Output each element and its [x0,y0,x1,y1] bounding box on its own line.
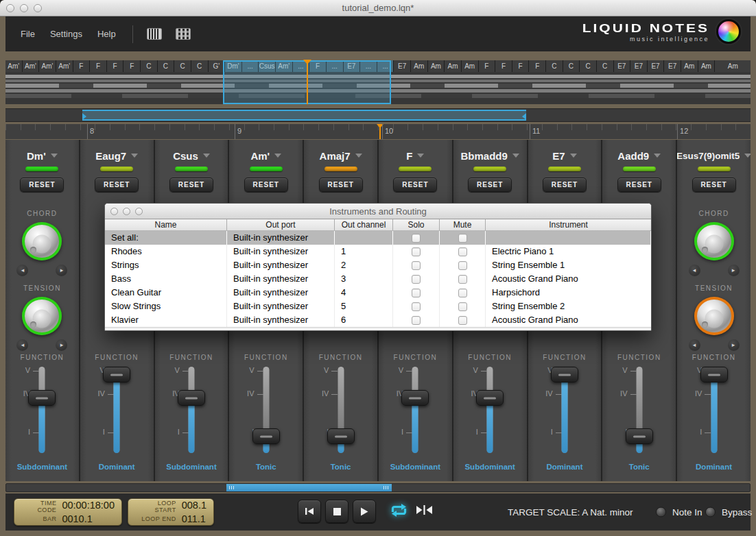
out-channel-cell[interactable]: 2 [335,258,393,272]
function-slider[interactable]: VIVI [528,364,602,457]
column-header-name[interactable]: Name [105,219,227,230]
mute-checkbox[interactable] [458,289,467,297]
horizontal-scrollbar[interactable] [5,483,751,492]
solo-checkbox[interactable] [412,275,421,284]
instrument-cell[interactable]: Harpsichord [486,286,651,300]
tension-previous-button[interactable]: ◂ [16,339,28,351]
chord-cell[interactable]: E7 [614,60,630,72]
instrument-cell[interactable] [486,231,651,245]
punch-in-out-button[interactable] [416,504,433,517]
chord-selector[interactable]: E7 [552,148,576,163]
chord-cell[interactable]: C [158,60,174,72]
reset-button[interactable]: RESET [617,178,661,192]
reset-button[interactable]: RESET [393,178,437,192]
chord-knob[interactable] [22,222,62,260]
column-header-out-port[interactable]: Out port [227,219,335,230]
chord-cell[interactable]: E7 [630,60,647,72]
chord-cell[interactable]: Am [428,60,445,72]
chord-cell[interactable]: F [529,60,545,72]
mute-checkbox[interactable] [458,261,467,270]
reset-button[interactable]: RESET [244,178,288,192]
reset-button[interactable]: RESET [692,178,736,192]
slider-handle[interactable] [551,367,578,382]
piano-keyboard-icon[interactable] [147,28,162,40]
menu-help[interactable]: Help [97,29,116,39]
out-channel-cell[interactable]: 1 [335,245,393,258]
chord-selector[interactable]: Dm' [27,148,58,163]
out-channel-cell[interactable] [335,231,393,245]
chord-cell[interactable]: Am [411,60,427,72]
function-slider[interactable]: VIVI [5,364,79,457]
tension-next-button[interactable]: ▸ [728,339,740,351]
chord-cell[interactable]: Am [715,60,751,72]
scrollbar-thumb[interactable] [226,484,392,491]
mute-checkbox[interactable] [458,275,467,284]
mute-checkbox[interactable] [458,316,467,325]
chord-selector[interactable]: Esus7(9)omit5 [677,148,751,163]
chord-cell[interactable]: Am [698,60,715,72]
loop-range-handle[interactable] [82,110,526,121]
function-slider[interactable]: VIVI [155,364,228,457]
play-button[interactable] [353,500,376,523]
routing-table-row[interactable]: Set all:Built-in synthesizer [105,231,651,245]
chord-cell[interactable]: C [580,60,596,72]
chord-cell[interactable]: F [479,60,495,72]
stop-button[interactable] [325,500,349,523]
reset-button[interactable]: RESET [543,178,587,192]
chord-knob[interactable] [694,222,734,260]
chord-cell[interactable]: F [90,60,106,72]
bar-ruler[interactable]: 89101112 [5,124,751,139]
routing-table-row[interactable]: StringsBuilt-in synthesizer2String Ensem… [105,258,651,272]
out-channel-cell[interactable]: 6 [335,313,393,327]
out-port-cell[interactable]: Built-in synthesizer [227,300,335,313]
loop-toggle-button[interactable] [390,503,408,520]
chord-cell[interactable]: F [495,60,512,72]
slider-handle[interactable] [178,390,205,406]
chord-cell[interactable]: C [563,60,580,72]
menu-file[interactable]: File [21,29,35,39]
dialog-title-bar[interactable]: Instruments and Routing [105,204,651,219]
out-port-cell[interactable]: Built-in synthesizer [227,286,335,300]
rewind-to-start-button[interactable] [298,500,321,523]
out-port-cell[interactable]: Built-in synthesizer [227,313,335,327]
chord-selector[interactable]: Amaj7 [320,148,362,163]
tension-previous-button[interactable]: ◂ [689,339,700,351]
instrument-cell[interactable]: Acoustic Grand Piano [486,272,651,286]
slider-handle[interactable] [327,428,355,444]
ruler-playhead-marker[interactable] [379,124,381,139]
tension-knob[interactable] [694,297,734,335]
chord-cell[interactable]: Am [445,60,461,72]
chord-selector[interactable]: Aadd9 [617,148,661,163]
slider-handle[interactable] [28,390,56,406]
chord-cell[interactable]: Am' [56,60,73,72]
function-slider[interactable]: VIVI [453,364,527,457]
chord-cell[interactable]: Am [462,60,478,72]
menu-settings[interactable]: Settings [50,29,82,39]
chord-cell[interactable]: F [123,60,140,72]
reset-button[interactable]: RESET [95,178,139,192]
chord-cell[interactable]: G' [209,60,225,72]
chord-previous-button[interactable]: ◂ [16,265,28,276]
chord-cell[interactable]: C [174,60,191,72]
slider-handle[interactable] [252,428,280,444]
routing-table-row[interactable]: BassBuilt-in synthesizer3Acoustic Grand … [105,272,651,286]
chord-cell[interactable]: E7 [394,60,410,72]
routing-table-row[interactable]: Slow StringsBuilt-in synthesizer5String … [105,300,651,313]
instrument-cell[interactable]: String Ensemble 2 [486,300,651,313]
slider-handle[interactable] [476,390,504,406]
out-port-cell[interactable]: Built-in synthesizer [227,245,335,258]
instrument-cell[interactable]: Acoustic Grand Piano [486,313,651,327]
function-slider[interactable]: VIVI [602,364,676,457]
playhead-marker[interactable] [307,60,308,104]
bypass-led[interactable] [705,507,716,517]
reset-button[interactable]: RESET [169,178,213,192]
solo-checkbox[interactable] [412,316,421,325]
chord-cell[interactable]: E7 [648,60,664,72]
chord-cell[interactable]: Am' [39,60,56,72]
tension-next-button[interactable]: ▸ [56,339,67,351]
chord-cell[interactable]: C [597,60,613,72]
column-header-out-channel[interactable]: Out channel [335,219,393,230]
tension-knob[interactable] [22,297,62,335]
function-slider[interactable]: VIVI [304,364,377,457]
mute-checkbox[interactable] [458,234,467,243]
